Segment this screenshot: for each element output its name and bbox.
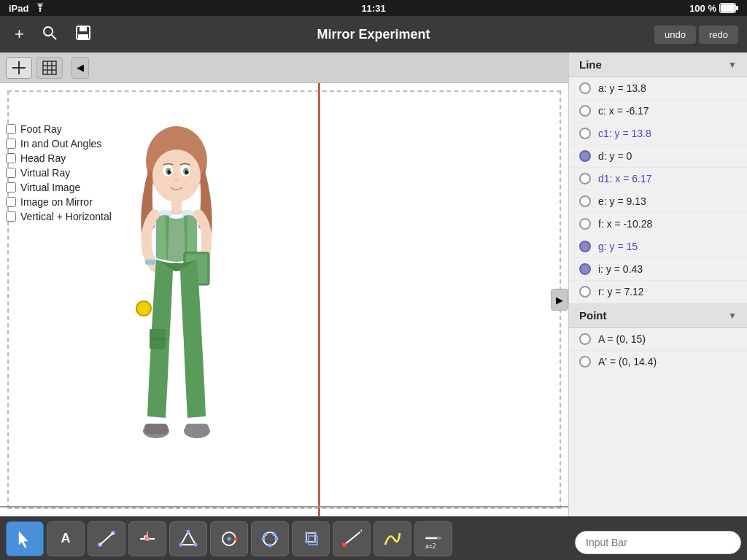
svg-point-49: [228, 537, 231, 540]
line-item-c1[interactable]: c1: y = 13.8: [569, 122, 747, 145]
line-label-d: d: y = 0: [598, 150, 632, 162]
radio-g[interactable]: [579, 241, 591, 252]
svg-line-64: [359, 530, 362, 533]
floor-line: [0, 506, 568, 508]
nav-right-button[interactable]: ▶: [551, 289, 568, 311]
input-bar-container: [575, 531, 741, 554]
transform-tool[interactable]: [292, 521, 330, 556]
point-section-label: Point: [579, 309, 607, 322]
svg-text:a=2: a=2: [425, 543, 436, 549]
point-label-Aprime: A' = (0, 14.4): [598, 356, 657, 368]
perpendicular-tool[interactable]: [128, 521, 166, 556]
radio-i[interactable]: [579, 263, 591, 275]
nav-left-button[interactable]: ◀: [71, 57, 89, 79]
image-on-mirror-checkbox[interactable]: Image on Mirror: [6, 196, 112, 208]
svg-point-62: [305, 540, 308, 543]
text-tool[interactable]: A: [47, 521, 85, 556]
save-button[interactable]: [69, 22, 97, 47]
svg-point-60: [314, 532, 317, 534]
line-item-f[interactable]: f: x = -10.28: [569, 213, 747, 236]
in-out-angles-checkbox[interactable]: In and Out Angles: [6, 138, 112, 149]
line-label-r: r: y = 7.12: [598, 286, 644, 298]
device-label: iPad: [9, 3, 28, 14]
radio-d[interactable]: [579, 150, 591, 162]
character-illustration: [85, 83, 268, 516]
svg-point-52: [264, 532, 268, 536]
axis-button[interactable]: [6, 57, 32, 79]
svg-point-41: [145, 537, 150, 541]
svg-marker-57: [306, 533, 315, 542]
line-label-f: f: x = -10.28: [598, 218, 652, 230]
line-label-i: i: y = 0.43: [598, 263, 643, 275]
canvas-panel: ◀ ▶: [0, 52, 568, 516]
vertical-horizontal-checkbox[interactable]: Vertical + Horizontal: [6, 211, 112, 222]
line-segment-tool[interactable]: [88, 521, 125, 556]
point-item-A[interactable]: A = (0, 15): [569, 328, 747, 351]
svg-point-59: [305, 532, 308, 534]
radio-c1[interactable]: [579, 128, 591, 139]
line-section-header[interactable]: Line ▼: [569, 52, 747, 77]
radio-c[interactable]: [579, 105, 591, 117]
line-item-a[interactable]: a: y = 13.8: [569, 77, 747, 100]
search-button[interactable]: [36, 22, 63, 47]
svg-rect-7: [80, 26, 87, 31]
virtual-ray-checkbox[interactable]: Virtual Ray: [6, 167, 112, 179]
add-button[interactable]: +: [9, 23, 30, 45]
character-svg: [104, 117, 249, 482]
foot-ray-checkbox[interactable]: Foot Ray: [6, 123, 112, 135]
point-item-Aprime[interactable]: A' = (0, 14.4): [569, 351, 747, 373]
line-item-i[interactable]: i: y = 0.43: [569, 258, 747, 281]
line-item-d1[interactable]: d1: x = 6.17: [569, 168, 747, 190]
input-bar[interactable]: [575, 531, 741, 554]
svg-line-5: [52, 35, 56, 39]
svg-point-45: [187, 529, 190, 533]
line-item-c[interactable]: c: x = -6.17: [569, 100, 747, 122]
radio-Aprime[interactable]: [579, 356, 591, 368]
radio-d1[interactable]: [579, 173, 591, 184]
svg-point-56: [268, 543, 272, 547]
svg-point-17: [152, 149, 201, 202]
pointer-tool[interactable]: [6, 521, 44, 556]
polygon-tool[interactable]: [169, 521, 207, 556]
line-item-g[interactable]: g: y = 15: [569, 236, 747, 258]
mirror-line: [318, 83, 320, 516]
toolbar: + Mirror Experiment undo redo: [0, 16, 747, 52]
radio-r[interactable]: [579, 286, 591, 298]
svg-rect-29: [145, 260, 155, 265]
line-label-c: c: x = -6.17: [598, 105, 649, 117]
svg-line-38: [100, 533, 113, 545]
svg-point-55: [262, 537, 266, 540]
svg-point-4: [44, 27, 53, 36]
slider-tool[interactable]: a=2: [414, 521, 452, 556]
bottom-toolbar: A: [0, 516, 747, 560]
head-ray-checkbox[interactable]: Head Ray: [6, 152, 112, 164]
line-item-r[interactable]: r: y = 7.12: [569, 281, 747, 303]
line-item-d[interactable]: d: y = 0: [569, 145, 747, 168]
svg-point-65: [342, 542, 347, 547]
circle-tool[interactable]: [210, 521, 248, 556]
conic-tool[interactable]: [251, 521, 289, 556]
svg-rect-15: [43, 61, 56, 74]
grid-button[interactable]: [36, 57, 63, 79]
line-label-d1: d1: x = 6.17: [598, 173, 652, 184]
undo-button[interactable]: undo: [654, 26, 696, 44]
battery-icon: [719, 3, 738, 13]
ray-tool[interactable]: [333, 521, 371, 556]
yellow-point[interactable]: [136, 300, 152, 316]
svg-rect-34: [144, 424, 168, 434]
page-title: Mirror Experiment: [317, 27, 430, 42]
virtual-image-checkbox[interactable]: Virtual Image: [6, 182, 112, 193]
icon-bar: ◀: [0, 52, 568, 83]
canvas-area[interactable]: ▶: [0, 83, 568, 516]
radio-f[interactable]: [579, 218, 591, 230]
radio-a[interactable]: [579, 82, 591, 94]
radio-e[interactable]: [579, 195, 591, 207]
point-section-header[interactable]: Point ▼: [569, 303, 747, 328]
curve-tool[interactable]: [374, 521, 411, 556]
redo-button[interactable]: redo: [699, 26, 738, 44]
radio-A[interactable]: [579, 333, 591, 345]
battery-label: 100 %: [689, 3, 716, 14]
line-label-c1: c1: y = 13.8: [598, 128, 651, 139]
svg-marker-44: [181, 532, 196, 545]
line-item-e[interactable]: e: y = 9.13: [569, 190, 747, 213]
